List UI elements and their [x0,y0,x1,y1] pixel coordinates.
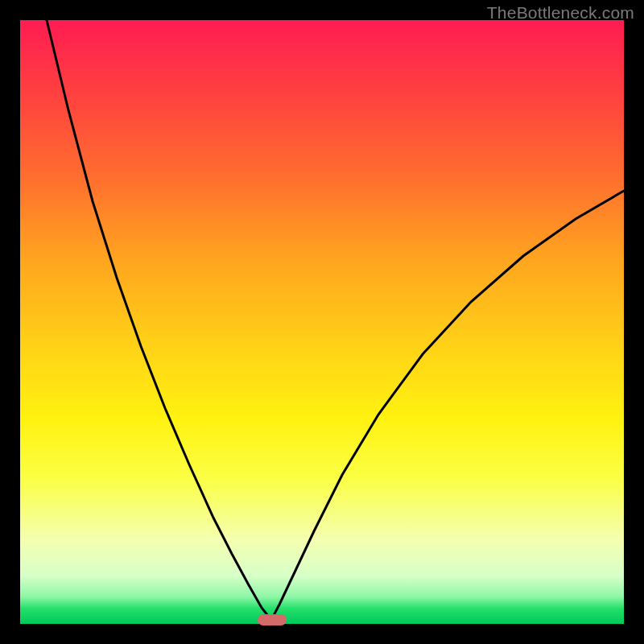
bottleneck-curve [20,20,624,624]
minimum-marker [258,614,287,625]
curve-left-branch [47,20,271,620]
outer-frame: TheBottleneck.com [0,0,644,644]
curve-right-branch [271,191,624,620]
plot-area [20,20,624,624]
watermark-text: TheBottleneck.com [487,3,634,23]
